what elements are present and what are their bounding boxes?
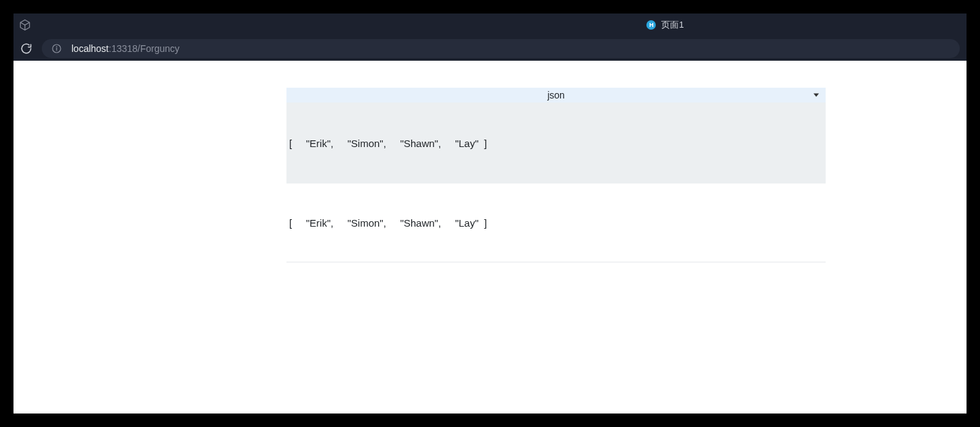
- tab-title: 页面1: [661, 19, 683, 31]
- app-cube-icon: [19, 19, 31, 31]
- json-header-label: json: [547, 90, 565, 101]
- address-bar[interactable]: localhost:13318/Forguncy: [42, 39, 960, 58]
- reload-icon[interactable]: [20, 42, 32, 55]
- section-divider: [286, 262, 826, 262]
- plain-text-row: [ "Erik", "Simon", "Shawn", "Lay" ]: [286, 212, 826, 233]
- tab-favicon-icon: H: [646, 20, 656, 30]
- info-icon: [51, 43, 62, 54]
- json-dropdown-header[interactable]: json: [286, 88, 826, 103]
- browser-tab-bar: H 页面1: [13, 13, 967, 36]
- json-display-box: [ "Erik", "Simon", "Shawn", "Lay" ]: [286, 103, 826, 183]
- json-array-content: [ "Erik", "Simon", "Shawn", "Lay" ]: [289, 138, 487, 149]
- browser-nav-bar: localhost:13318/Forguncy: [13, 36, 967, 61]
- browser-tab[interactable]: H 页面1: [646, 19, 683, 31]
- chevron-down-icon: [814, 94, 819, 97]
- plain-array-content: [ "Erik", "Simon", "Shawn", "Lay" ]: [289, 217, 487, 229]
- svg-point-2: [57, 47, 57, 47]
- url-text: localhost:13318/Forguncy: [71, 43, 179, 54]
- page-viewport: json [ "Erik", "Simon", "Shawn", "Lay" ]…: [13, 61, 967, 414]
